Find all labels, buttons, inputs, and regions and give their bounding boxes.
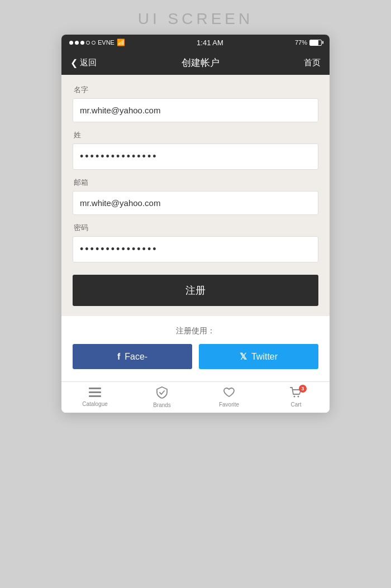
page-title: UI SCREEN [138,10,253,28]
dot-1 [69,41,73,45]
cart-icon: 3 [290,387,302,400]
favorite-icon [223,387,235,400]
favorite-label: Favorite [219,401,239,408]
twitter-label: Twitter [251,352,278,362]
name-input[interactable] [73,98,318,122]
password-input[interactable] [73,236,318,262]
tab-bar: Catalogue Brands Favorite [61,381,330,413]
brands-icon [156,386,168,400]
form-area: 名字 姓 邮箱 密码 注册 [61,75,330,316]
dot-2 [75,41,79,45]
name-label: 名字 [73,85,318,95]
svg-rect-0 [89,388,101,389]
dot-4 [86,41,90,45]
tab-catalogue[interactable]: Catalogue [61,388,128,407]
status-bar: EVNE 📶 1:41 AM 77% [61,35,330,50]
svg-point-3 [294,396,295,398]
svg-point-4 [298,396,299,398]
home-button[interactable]: 首页 [304,58,321,68]
social-label: 注册使用： [73,326,318,336]
twitter-icon: 𝕏 [240,351,247,362]
brands-label: Brands [153,402,171,408]
back-arrow-icon: ❮ [70,58,78,68]
social-buttons: f Face- 𝕏 Twitter [73,344,318,369]
wifi-icon: 📶 [117,39,125,46]
dot-3 [80,41,84,45]
catalogue-icon [89,388,101,399]
register-button[interactable]: 注册 [73,275,318,306]
surname-field-group: 姓 [73,130,318,170]
surname-input[interactable] [73,144,318,170]
tab-brands[interactable]: Brands [128,386,196,408]
nav-bar: ❮ 返回 创建帐户 首页 [61,50,330,75]
status-left: EVNE 📶 [69,39,125,46]
carrier-label: EVNE [98,39,115,46]
back-button[interactable]: ❮ 返回 [70,58,97,68]
catalogue-label: Catalogue [82,401,108,407]
nav-title: 创建帐户 [182,56,220,69]
email-field-group: 邮箱 [73,178,318,215]
social-section: 注册使用： f Face- 𝕏 Twitter [61,316,330,381]
surname-label: 姓 [73,130,318,140]
signal-dots [69,41,96,45]
facebook-label: Face- [125,352,147,362]
cart-label: Cart [291,401,302,408]
battery-percent: 77% [295,39,307,46]
status-right: 77% [295,39,322,46]
battery-fill [310,40,318,45]
email-input[interactable] [73,191,318,215]
svg-rect-2 [89,395,101,397]
tab-favorite[interactable]: Favorite [196,387,263,408]
dot-5 [92,41,96,45]
status-time: 1:41 AM [197,39,223,47]
cart-badge: 3 [299,385,307,393]
svg-rect-1 [89,391,101,393]
twitter-button[interactable]: 𝕏 Twitter [199,344,318,369]
name-field-group: 名字 [73,85,318,122]
email-label: 邮箱 [73,178,318,188]
password-label: 密码 [73,223,318,233]
tab-cart[interactable]: 3 Cart [263,387,330,408]
battery-icon [309,40,322,46]
password-field-group: 密码 [73,223,318,262]
facebook-icon: f [117,352,120,362]
phone-shell: EVNE 📶 1:41 AM 77% ❮ 返回 创建帐户 首页 名字 姓 [61,35,330,413]
facebook-button[interactable]: f Face- [73,344,192,369]
back-label: 返回 [80,58,97,68]
